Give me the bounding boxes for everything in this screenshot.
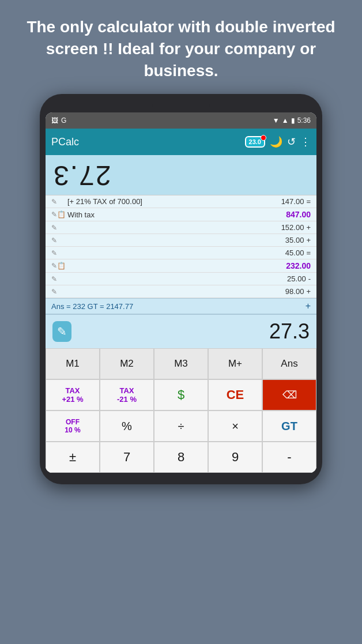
wifi-icon: ▼ [273, 116, 280, 125]
edit-icon: ✎ [51, 249, 67, 257]
inverted-display: 27.3 [52, 160, 310, 191]
display-area: 27.3 [46, 155, 316, 195]
status-right: ▼ ▲ ▮ 5:36 [273, 116, 311, 125]
tape-area: ✎ [+ 21% TAX of 700.00] 147.00 = ✎📋 With… [46, 195, 316, 298]
tape-op: = [306, 248, 311, 257]
tape-op: + [306, 236, 311, 244]
headline: The only calculator with double inverted… [0, 0, 362, 92]
tape-op: = [306, 197, 311, 206]
history-icon[interactable]: ↺ [287, 135, 296, 148]
tape-row: ✎ 45.00 = [46, 247, 316, 259]
battery-icon: ▮ [291, 116, 295, 125]
key-minus[interactable]: - [262, 442, 316, 473]
tape-value: 45.00 [285, 248, 304, 257]
tape-value-purple: 232.00 [286, 261, 311, 270]
key-8[interactable]: 8 [154, 442, 208, 473]
edit-copy-icon: ✎📋 [51, 262, 67, 270]
edit-icon: ✎ [51, 236, 67, 244]
key-ce[interactable]: CE [208, 379, 262, 410]
tape-value-purple: 847.00 [286, 210, 311, 219]
app-title: PCalc [51, 136, 245, 148]
key-dollar[interactable]: $ [154, 379, 208, 410]
ans-text: Ans = 232 GT = 2147.77 [51, 302, 133, 311]
key-off[interactable]: OFF10 % [46, 410, 100, 442]
key-multiply[interactable]: × [208, 410, 262, 442]
tape-row: ✎📋 232.00 [46, 259, 316, 273]
tape-row: ✎ 35.00 + [46, 234, 316, 247]
key-row-ops: OFF10 % % ÷ × GT [46, 410, 316, 442]
key-row-memory: M1 M2 M3 M+ Ans [46, 348, 316, 379]
edit-copy-icon: ✎📋 [51, 210, 67, 219]
tape-value: 35.00 [285, 236, 304, 244]
key-7[interactable]: 7 [100, 442, 154, 473]
google-icon: G [61, 116, 66, 125]
key-row-nums: ± 7 8 9 - [46, 442, 316, 473]
input-value: 27.3 [71, 319, 310, 344]
edit-icon: ✎ [51, 288, 67, 296]
status-bar: 🖼 G ▼ ▲ ▮ 5:36 [46, 112, 316, 129]
gallery-icon: 🖼 [51, 116, 58, 125]
key-m3[interactable]: M3 [154, 348, 208, 379]
key-9[interactable]: 9 [208, 442, 262, 473]
tape-row: ✎ 25.00 - [46, 273, 316, 285]
signal-icon: ▲ [282, 116, 289, 125]
status-time: 5:36 [297, 116, 311, 125]
keypad: M1 M2 M3 M+ Ans TAX+21 % TAX-21 % $ CE ⌫… [46, 348, 316, 473]
edit-display-icon: ✎ [52, 321, 71, 342]
key-gt[interactable]: GT [262, 410, 316, 442]
app-bar: PCalc 23.0 🌙 ↺ ⋮ [46, 129, 316, 155]
version-badge[interactable]: 23.0 [245, 136, 265, 148]
tape-value: 25.00 [287, 274, 306, 283]
tape-op: + [306, 223, 311, 232]
key-row-tax: TAX+21 % TAX-21 % $ CE ⌫ [46, 379, 316, 410]
tape-value: 152.00 [281, 223, 304, 232]
tape-text: [+ 21% TAX of 700.00] [67, 197, 281, 206]
phone-wrap: 🖼 G ▼ ▲ ▮ 5:36 PCalc 23.0 [0, 92, 362, 484]
tape-op: + [306, 287, 311, 296]
app-bar-icons: 23.0 🌙 ↺ ⋮ [245, 135, 311, 148]
key-divide[interactable]: ÷ [154, 410, 208, 442]
tape-value: 98.00 [285, 287, 304, 296]
key-ans[interactable]: Ans [262, 348, 316, 379]
tape-value: 147.00 [281, 197, 304, 206]
tape-row: ✎ [+ 21% TAX of 700.00] 147.00 = [46, 195, 316, 208]
tape-text: With tax [67, 210, 286, 219]
key-mplus[interactable]: M+ [208, 348, 262, 379]
key-plusminus[interactable]: ± [46, 442, 100, 473]
edit-icon: ✎ [51, 275, 67, 283]
phone: 🖼 G ▼ ▲ ▮ 5:36 PCalc 23.0 [40, 94, 322, 484]
edit-icon: ✎ [51, 198, 67, 206]
more-icon[interactable]: ⋮ [300, 135, 311, 148]
red-dot [261, 135, 266, 141]
input-display: ✎ 27.3 [46, 314, 316, 348]
ans-row: Ans = 232 GT = 2147.77 + [46, 298, 316, 314]
tape-row: ✎📋 With tax 847.00 [46, 208, 316, 221]
key-m2[interactable]: M2 [100, 348, 154, 379]
tape-row: ✎ 98.00 + [46, 285, 316, 298]
edit-icon: ✎ [51, 224, 67, 232]
ans-plus[interactable]: + [306, 301, 311, 311]
phone-notch [46, 102, 316, 112]
tape-op: - [308, 274, 311, 283]
phone-screen: 🖼 G ▼ ▲ ▮ 5:36 PCalc 23.0 [46, 112, 316, 473]
key-backspace[interactable]: ⌫ [262, 379, 316, 410]
tape-row: ✎ 152.00 + [46, 221, 316, 234]
key-tax-minus[interactable]: TAX-21 % [100, 379, 154, 410]
key-m1[interactable]: M1 [46, 348, 100, 379]
status-left: 🖼 G [51, 116, 66, 125]
key-tax-plus[interactable]: TAX+21 % [46, 379, 100, 410]
notch [152, 102, 210, 110]
key-percent[interactable]: % [100, 410, 154, 442]
moon-icon[interactable]: 🌙 [270, 135, 282, 148]
